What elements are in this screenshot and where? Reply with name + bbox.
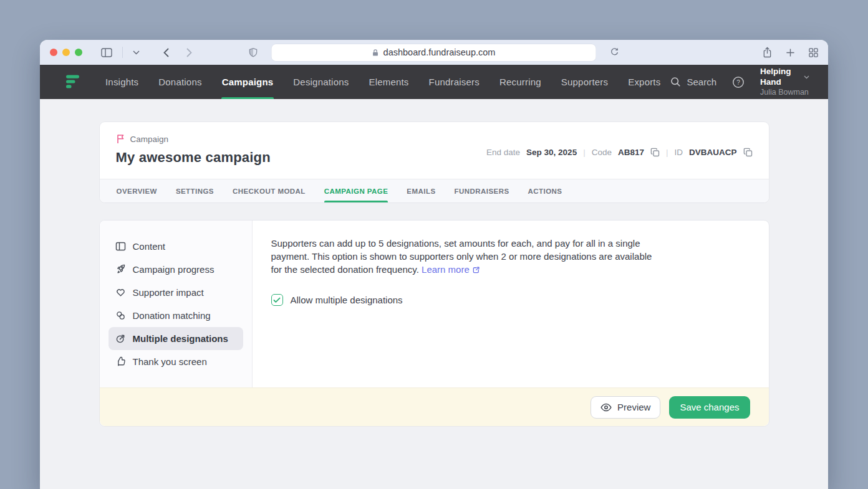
end-date-label: End date (486, 148, 520, 157)
page-content: Campaign My awesome campaign End date Se… (40, 99, 828, 427)
chevron-down-icon[interactable] (133, 50, 140, 55)
sidebar-item-label: Donation matching (133, 310, 211, 321)
copy-icon (743, 148, 753, 157)
nav-items: Insights Donations Campaigns Designation… (95, 65, 670, 99)
flag-icon (116, 134, 125, 144)
settings-panel: Supporters can add up to 5 designations,… (253, 221, 769, 387)
account-menu[interactable]: Helping Hand Julia Bowman (760, 67, 809, 97)
browser-window: dashboard.fundraiseup.com Insights Donat… (40, 40, 828, 489)
user-name: Julia Bowman (760, 88, 809, 98)
tab-fundraisers[interactable]: FUNDRAISERS (455, 179, 509, 202)
copy-id-button[interactable] (743, 148, 753, 157)
preview-button[interactable]: Preview (591, 396, 660, 419)
target-arrow-icon (115, 333, 126, 344)
url-text: dashboard.fundraiseup.com (383, 47, 496, 57)
rocket-icon (115, 264, 126, 275)
nav-item-campaigns[interactable]: Campaigns (212, 65, 284, 99)
campaign-page-card: Content Campaign progress Supporter impa… (99, 220, 769, 427)
maximize-button[interactable] (75, 49, 82, 56)
nav-item-exports[interactable]: Exports (618, 65, 670, 99)
save-changes-button[interactable]: Save changes (669, 396, 750, 419)
tab-campaign-page[interactable]: CAMPAIGN PAGE (324, 179, 388, 202)
address-bar[interactable]: dashboard.fundraiseup.com (272, 44, 596, 61)
learn-more-link[interactable]: Learn more (422, 264, 480, 275)
campaign-tabs: OVERVIEW SETTINGS CHECKOUT MODAL CAMPAIG… (100, 179, 769, 202)
browser-toolbar: dashboard.fundraiseup.com (40, 40, 828, 65)
copy-code-button[interactable] (650, 148, 660, 157)
forward-button[interactable] (186, 48, 192, 57)
divider: | (666, 148, 668, 157)
nav-item-designations[interactable]: Designations (283, 65, 359, 99)
nav-item-fundraisers[interactable]: Fundraisers (419, 65, 489, 99)
sidebar-item-label: Campaign progress (133, 264, 215, 275)
campaign-meta: End date Sep 30, 2025 | Code AB817 | ID … (486, 134, 752, 166)
learn-more-label: Learn more (422, 264, 470, 275)
nav-item-recurring[interactable]: Recurring (489, 65, 551, 99)
content-icon (115, 241, 126, 252)
id-value: DVBAUACP (689, 148, 737, 157)
eye-icon (600, 403, 612, 412)
minimize-button[interactable] (62, 49, 70, 56)
checkbox-label: Allow multiple designations (291, 295, 403, 305)
code-label: Code (592, 148, 612, 157)
window-controls (50, 49, 82, 56)
sidebar-item-content[interactable]: Content (109, 235, 243, 258)
nav-item-elements[interactable]: Elements (359, 65, 418, 99)
action-bar: Preview Save changes (100, 387, 769, 426)
checkbox-checked-icon (271, 294, 283, 306)
copy-icon (650, 148, 660, 157)
description-text: Supporters can add up to 5 designations,… (271, 237, 655, 276)
search-label: Search (687, 77, 716, 87)
app-navbar: Insights Donations Campaigns Designation… (40, 65, 828, 99)
thumbs-up-icon (115, 356, 126, 367)
search-icon (670, 77, 681, 87)
allow-multiple-designations-checkbox[interactable]: Allow multiple designations (271, 294, 750, 306)
sidebar-item-multiple-designations[interactable]: Multiple designations (109, 327, 243, 350)
tab-overview[interactable]: OVERVIEW (117, 179, 157, 202)
settings-sidebar: Content Campaign progress Supporter impa… (100, 221, 253, 387)
tab-settings[interactable]: SETTINGS (176, 179, 214, 202)
heart-icon (115, 287, 126, 298)
external-link-icon (472, 266, 480, 274)
preview-label: Preview (617, 402, 650, 412)
end-date-value: Sep 30, 2025 (526, 148, 577, 157)
help-icon[interactable]: ? (732, 76, 745, 88)
privacy-shield-icon[interactable] (249, 47, 258, 58)
chevron-down-icon (804, 75, 809, 79)
sidebar-item-thank-you-screen[interactable]: Thank you screen (109, 350, 243, 373)
campaign-type-label: Campaign (130, 135, 169, 144)
nav-item-insights[interactable]: Insights (95, 65, 148, 99)
id-label: ID (674, 148, 683, 157)
sidebar-item-label: Thank you screen (133, 356, 207, 367)
nav-item-donations[interactable]: Donations (148, 65, 211, 99)
save-label: Save changes (680, 402, 739, 412)
sidebar-item-label: Multiple designations (133, 333, 228, 344)
fundraiseup-logo[interactable] (66, 74, 80, 90)
tab-overview-icon[interactable] (809, 48, 818, 57)
tab-actions[interactable]: ACTIONS (528, 179, 562, 202)
sidebar-item-donation-matching[interactable]: Donation matching (109, 304, 243, 327)
campaign-header-card: Campaign My awesome campaign End date Se… (99, 121, 769, 203)
search-button[interactable]: Search (670, 77, 716, 87)
divider (122, 47, 123, 58)
reload-button[interactable] (610, 47, 620, 57)
new-tab-icon[interactable] (786, 48, 795, 57)
sidebar-toggle-icon[interactable] (101, 47, 112, 58)
account-name: Helping Hand (760, 67, 800, 88)
lock-icon (372, 49, 379, 57)
sidebar-item-label: Supporter impact (133, 287, 204, 298)
nav-item-supporters[interactable]: Supporters (551, 65, 618, 99)
sidebar-item-supporter-impact[interactable]: Supporter impact (109, 281, 243, 304)
code-value: AB817 (618, 148, 644, 157)
page-title: My awesome campaign (116, 150, 271, 166)
tab-emails[interactable]: EMAILS (407, 179, 435, 202)
share-icon[interactable] (763, 47, 772, 58)
svg-text:?: ? (736, 78, 740, 85)
back-button[interactable] (163, 48, 169, 57)
divider: | (583, 148, 586, 157)
tab-checkout-modal[interactable]: CHECKOUT MODAL (233, 179, 306, 202)
sidebar-item-label: Content (133, 241, 166, 252)
close-button[interactable] (50, 49, 57, 56)
matching-circles-icon (115, 310, 126, 321)
sidebar-item-campaign-progress[interactable]: Campaign progress (109, 258, 243, 281)
